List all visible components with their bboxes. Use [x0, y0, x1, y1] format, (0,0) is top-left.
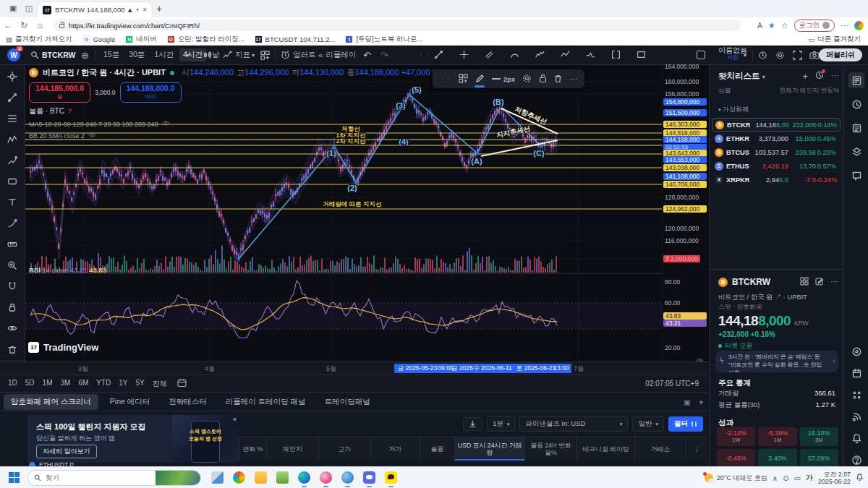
- taskbar-search[interactable]: 찾기: [27, 470, 201, 486]
- symbol-search[interactable]: BTCKRW: [42, 46, 75, 64]
- bell-icon[interactable]: [848, 430, 864, 446]
- text-icon[interactable]: [4, 195, 20, 210]
- task-view-icon[interactable]: [211, 471, 224, 484]
- panel-collapse-icon[interactable]: ▾: [699, 398, 703, 406]
- replay-button[interactable]: «리플레이: [318, 46, 356, 64]
- trend-line-icon[interactable]: [4, 90, 20, 105]
- screener-columns-more-icon[interactable]: ⋮: [686, 437, 707, 461]
- bookmark-item[interactable]: O오딘: 발할라 라이징...: [167, 35, 244, 44]
- folder-green-icon[interactable]: [276, 471, 289, 484]
- export-button[interactable]: [463, 417, 482, 431]
- login-button[interactable]: 로그인: [794, 20, 835, 32]
- selected-time-range[interactable]: 금 2025-05-2309:00금 2025수 2025-06-11토 202…: [394, 364, 571, 373]
- bookmark-item[interactable]: GGoogle: [82, 35, 116, 44]
- forecast-icon[interactable]: [4, 153, 20, 168]
- magnet-icon[interactable]: [4, 279, 20, 294]
- hide-all-icon[interactable]: [4, 321, 20, 335]
- layout-select-icon[interactable]: [697, 46, 705, 64]
- help-icon[interactable]: [848, 452, 864, 468]
- watchlist-row-BTCUSDT[interactable]: ₿BTCUSDT103,537.57239.580.23%: [712, 145, 841, 159]
- indicators-dropdown-icon[interactable]: ▾: [252, 46, 255, 64]
- screener-mode-select[interactable]: 일반▾: [632, 416, 664, 432]
- range-button-YTD[interactable]: YTD: [96, 379, 111, 389]
- bookmark-item[interactable]: 17BTCUSDT 104,711.2...: [255, 35, 336, 44]
- watchlist-row-ETHKRW[interactable]: ΞETHKRW3,373,00015,0000.45%: [712, 132, 841, 145]
- interval-button-30분[interactable]: 30분: [125, 48, 148, 61]
- trend-line-icon[interactable]: [434, 50, 443, 61]
- news-pill[interactable]: ϟ3시간 전 · '레버리지 큰 손' 제임스 윈 "비트코인 롱 수익 실현 …: [715, 351, 838, 372]
- symbol-search-icon[interactable]: [30, 46, 39, 64]
- kakaotalk-icon[interactable]: [385, 471, 397, 484]
- object-tree-icon[interactable]: [848, 144, 864, 160]
- detail-layout-icon[interactable]: [800, 277, 809, 287]
- fib-retracement-icon[interactable]: [4, 111, 20, 126]
- screener-column-6[interactable]: 볼륨 24H 변화율%: [524, 437, 576, 461]
- ad-banner[interactable]: 스픽 100일 챌린지 지원자 모집 당신을 말하게 하는 영어 앱 자세히 알…: [27, 415, 239, 463]
- layout-dropdown-icon[interactable]: ▾: [744, 46, 746, 64]
- range-button-3M[interactable]: 3M: [61, 379, 71, 389]
- onedrive-icon[interactable]: ⊙: [783, 474, 788, 482]
- alert-clock-icon[interactable]: [848, 96, 864, 112]
- ad-close-icon[interactable]: ×: [233, 416, 237, 423]
- bookmark-item[interactable]: t[투딩]노트북 하나로...: [345, 35, 422, 44]
- back-icon[interactable]: ←: [0, 20, 16, 30]
- other-favorites[interactable]: ▭다른 즐겨찾기: [808, 35, 861, 44]
- screener-column-3[interactable]: 저가: [370, 437, 420, 461]
- range-button-5D[interactable]: 5D: [25, 379, 35, 389]
- copilot-icon[interactable]: [854, 21, 864, 30]
- file-explorer-icon[interactable]: [255, 471, 267, 484]
- time-axis[interactable]: 3월4월5월7월금 2025-05-2309:00금 2025수 2025-06…: [0, 361, 709, 374]
- bottom-tab-1[interactable]: Pine 에디터: [103, 394, 157, 410]
- taskbar-clock[interactable]: 오전 2:072025-06-22: [818, 471, 851, 485]
- ruler-icon[interactable]: [4, 237, 20, 252]
- close-tab-icon[interactable]: ×: [142, 6, 147, 14]
- panel-maximize-icon[interactable]: ▣: [684, 398, 691, 406]
- detail-edit-icon[interactable]: [815, 277, 824, 287]
- xabcd-pattern-icon[interactable]: [4, 132, 20, 147]
- watchlist-column-2[interactable]: 체인지: [800, 87, 819, 95]
- photos-icon[interactable]: [320, 471, 332, 484]
- watchlist-title[interactable]: 왓치리스트 ▾: [718, 71, 765, 82]
- elliott-correction-icon[interactable]: [561, 50, 570, 61]
- range-button-5Y[interactable]: 5Y: [136, 379, 145, 389]
- workspaces-icon[interactable]: ▣: [7, 4, 19, 14]
- refresh-icon[interactable]: ↻: [16, 20, 32, 30]
- chart-clock[interactable]: 02:07:05 UTC+9: [645, 380, 699, 388]
- bookmark-item[interactable]: N네이버: [125, 35, 157, 44]
- screener-preset-select[interactable]: 파이낸셜즈 in: USD▾: [519, 416, 628, 432]
- rectangle-icon[interactable]: [637, 50, 646, 61]
- brackets-icon[interactable]: [611, 50, 621, 61]
- shapes-icon[interactable]: [4, 174, 20, 189]
- watchlist-icon[interactable]: [848, 72, 864, 88]
- chart-style-icon[interactable]: [203, 46, 213, 64]
- templates-icon[interactable]: [459, 74, 468, 85]
- layout-templates-icon[interactable]: [260, 46, 270, 64]
- eye-icon[interactable]: [162, 120, 170, 128]
- browser-menu-icon[interactable]: ···: [841, 21, 848, 30]
- alert-button[interactable]: 얼러트: [281, 46, 316, 64]
- screener-interval-select[interactable]: 1분▾: [487, 416, 515, 432]
- bottom-tab-2[interactable]: 전략테스터: [161, 394, 214, 410]
- watchlist-column-3[interactable]: 변동%: [821, 87, 839, 95]
- fullscreen-icon[interactable]: [793, 46, 802, 64]
- price-scale[interactable]: 164,000,000160,000,000156,000,000154,800…: [662, 65, 709, 361]
- range-button-1M[interactable]: 1M: [43, 379, 53, 389]
- ad-thumbnail[interactable]: 스픽 앱스토어오늘의 앱 선정: [172, 415, 239, 463]
- user-avatar[interactable]: W4: [7, 48, 20, 61]
- cross-line-icon[interactable]: [459, 50, 469, 61]
- symbol-title[interactable]: 비트코인 / 한국 원 · 4시간 · UPBIT: [43, 67, 166, 78]
- browser-tab[interactable]: 17 BTCKRW 144,188,000 ▲ +0.16% ×: [38, 2, 152, 17]
- screener-column-2[interactable]: 고가: [318, 437, 370, 461]
- unlock-icon[interactable]: [539, 74, 547, 85]
- compare-add-icon[interactable]: ⊕: [81, 46, 89, 64]
- bb-indicator-label[interactable]: BB 20 SMA close 2: [29, 132, 85, 140]
- favorites-star-icon[interactable]: ★: [768, 21, 775, 30]
- screener-column-5[interactable]: USD 표시 24시간 거래량: [454, 437, 524, 461]
- ma-indicator-label[interactable]: MA5-10-20-60-120-240 7 20 50 100 200 240: [29, 121, 158, 128]
- filter-button[interactable]: 필터: [668, 416, 703, 432]
- line-color-icon[interactable]: [475, 74, 485, 85]
- screener-column-0[interactable]: 변화 %: [239, 437, 266, 461]
- edge-icon[interactable]: [298, 471, 310, 484]
- copilot-icon[interactable]: [233, 471, 245, 484]
- trash-icon[interactable]: [554, 74, 562, 85]
